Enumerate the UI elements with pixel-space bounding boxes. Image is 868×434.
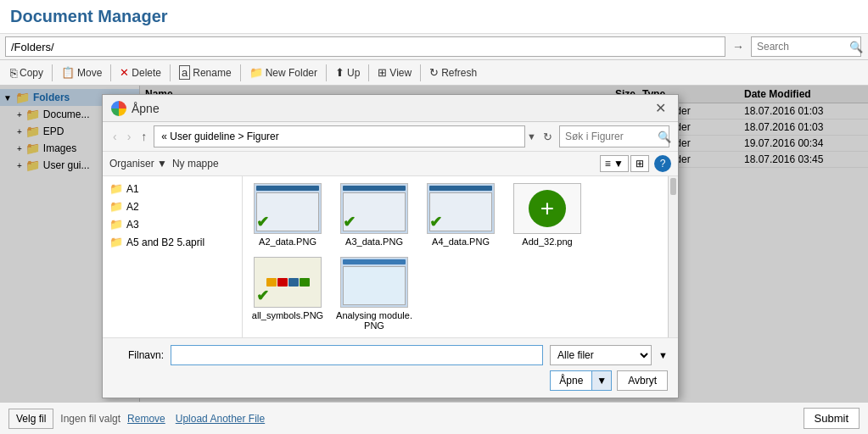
- file-item-add32[interactable]: + Add_32.png: [509, 183, 585, 247]
- delete-label: Delete: [132, 67, 161, 79]
- search-icon: 🔍: [849, 41, 863, 53]
- view-large-button[interactable]: ⊞: [630, 155, 649, 172]
- file-name: all_symbols.PNG: [252, 310, 323, 320]
- main-area: ▼ 📁 Folders + 📁 Docume... + 📁 EPD + 📁 Im…: [0, 86, 868, 402]
- copy-label: Copy: [20, 67, 43, 79]
- up-label: Up: [347, 67, 360, 79]
- file-thumb: ✔: [340, 183, 408, 234]
- no-file-text: Ingen fil valgt: [60, 413, 120, 425]
- toolbar: ⎘ Copy 📋 Move ✕ Delete a Rename 📁 New Fo…: [0, 60, 868, 86]
- file-thumb: ✔: [254, 183, 322, 234]
- new-folder-icon: 📁: [249, 66, 263, 79]
- view-button[interactable]: ⊞ View: [371, 63, 418, 82]
- file-name: Add_32.png: [522, 236, 572, 247]
- file-name: A4_data.PNG: [432, 236, 490, 247]
- up-button[interactable]: ⬆ Up: [328, 63, 367, 82]
- breadcrumb-text: « User guideline > Figurer: [161, 131, 278, 142]
- organiser-label: Organiser: [109, 158, 154, 170]
- open-file-dialog: Åpne ✕ ‹ › ↑ « User guideline > Figurer …: [102, 94, 679, 398]
- dialog-bottom: Filnavn: Alle filer ▼ Åpne ▼ Avbryt: [103, 337, 678, 398]
- back-button[interactable]: ‹: [109, 128, 120, 145]
- folder-icon: 📁: [109, 236, 123, 248]
- search-input[interactable]: [751, 36, 861, 57]
- dialog-files: ✔ A2_data.PNG ✔: [243, 176, 668, 337]
- breadcrumb-bar[interactable]: « User guideline > Figurer: [154, 125, 525, 147]
- scrollbar[interactable]: [668, 176, 678, 337]
- file-item-a4data[interactable]: ✔ A4_data.PNG: [423, 183, 499, 247]
- filetype-select[interactable]: Alle filer: [550, 345, 652, 365]
- check-icon: ✔: [343, 213, 356, 231]
- file-name: Analysing module.PNG: [336, 310, 412, 331]
- help-button[interactable]: ?: [654, 155, 671, 172]
- folder-icon: 📁: [109, 200, 123, 213]
- copy-button[interactable]: ⎘ Copy: [3, 63, 50, 83]
- app-title: Document Manager: [0, 0, 868, 34]
- move-icon: 📋: [61, 66, 75, 79]
- chrome-icon: [111, 101, 126, 116]
- folder-label: A5 and B2 5.april: [126, 236, 204, 248]
- dialog-folder-a2[interactable]: 📁 A2: [106, 198, 238, 215]
- file-name: A2_data.PNG: [259, 236, 316, 247]
- filetype-dropdown-arrow: ▼: [658, 350, 668, 360]
- submit-button[interactable]: Submit: [804, 408, 860, 429]
- refresh-label: Refresh: [441, 67, 477, 79]
- new-folder-dialog-button[interactable]: Ny mappe: [172, 158, 219, 170]
- new-folder-label: New Folder: [266, 67, 317, 79]
- open-button-group: Åpne ▼: [550, 370, 612, 391]
- view-icon: ⊞: [378, 66, 387, 79]
- file-thumb: [340, 257, 408, 308]
- view-icons: ≡ ▼ ⊞: [600, 155, 649, 172]
- rename-label: Rename: [193, 67, 231, 79]
- upload-another-link[interactable]: Upload Another File: [176, 413, 265, 425]
- up-icon: ⬆: [335, 66, 344, 79]
- dialog-close-button[interactable]: ✕: [652, 100, 669, 116]
- new-folder-button[interactable]: 📁 New Folder: [243, 63, 324, 82]
- dialog-search-input[interactable]: [559, 125, 669, 147]
- dialog-folder-a5b2[interactable]: 📁 A5 and B2 5.april: [106, 233, 238, 251]
- organiser-button[interactable]: Organiser ▼: [109, 158, 167, 170]
- address-bar-row: → 🔍: [0, 34, 868, 60]
- dialog-body: 📁 A1 📁 A2 📁 A3 📁 A5: [103, 176, 678, 337]
- dialog-toolbar: Organiser ▼ Ny mappe ≡ ▼ ⊞ ?: [103, 152, 678, 176]
- choose-file-button[interactable]: Velg fil: [8, 409, 53, 429]
- dialog-title: Åpne: [111, 101, 160, 116]
- address-input[interactable]: [5, 36, 725, 57]
- dialog-titlebar: Åpne ✕: [103, 95, 678, 122]
- file-thumb: ✔: [254, 257, 322, 308]
- dialog-folder-a3[interactable]: 📁 A3: [106, 215, 238, 233]
- dialog-nav: ‹ › ↑ « User guideline > Figurer ▼ ↻ 🔍: [103, 122, 678, 152]
- folder-label: A2: [126, 201, 139, 213]
- refresh-icon: ↻: [429, 66, 439, 79]
- remove-link[interactable]: Remove: [127, 413, 165, 425]
- delete-button[interactable]: ✕ Delete: [113, 63, 168, 82]
- delete-icon: ✕: [120, 66, 129, 79]
- refresh-nav-button[interactable]: ↻: [540, 129, 556, 145]
- file-item-allsymbols[interactable]: ✔ all_symbols.PNG: [249, 257, 326, 331]
- dialog-folders: 📁 A1 📁 A2 📁 A3 📁 A5: [103, 176, 243, 337]
- dialog-folder-a1[interactable]: 📁 A1: [106, 180, 238, 198]
- open-dropdown-button[interactable]: ▼: [592, 370, 612, 391]
- cancel-button[interactable]: Avbryt: [617, 370, 668, 391]
- file-item-a2data[interactable]: ✔ A2_data.PNG: [249, 183, 326, 247]
- folder-icon: 📁: [109, 182, 123, 195]
- bottom-bar: Velg fil Ingen fil valgt Remove Upload A…: [0, 402, 868, 434]
- copy-icon: ⎘: [10, 66, 17, 80]
- folder-label: A3: [126, 219, 139, 231]
- view-list-button[interactable]: ≡ ▼: [600, 155, 629, 172]
- dialog-title-text: Åpne: [132, 102, 160, 115]
- open-button[interactable]: Åpne: [550, 370, 592, 391]
- filename-row: Filnavn: Alle filer ▼: [113, 345, 668, 365]
- file-item-a3data[interactable]: ✔ A3_data.PNG: [336, 183, 412, 247]
- file-thumb: +: [513, 183, 581, 234]
- dialog-overlay: Åpne ✕ ‹ › ↑ « User guideline > Figurer …: [0, 86, 868, 402]
- rename-button[interactable]: a Rename: [172, 62, 238, 83]
- rename-icon: a: [179, 65, 190, 80]
- up-nav-button[interactable]: ↑: [137, 128, 150, 145]
- move-button[interactable]: 📋 Move: [54, 63, 109, 82]
- dropdown-arrow: ▼: [527, 131, 536, 142]
- forward-button[interactable]: ›: [124, 128, 135, 145]
- organiser-arrow: ▼: [157, 158, 167, 170]
- filename-input[interactable]: [171, 345, 543, 365]
- refresh-button[interactable]: ↻ Refresh: [423, 63, 484, 82]
- file-item-analysing[interactable]: Analysing module.PNG: [336, 257, 412, 331]
